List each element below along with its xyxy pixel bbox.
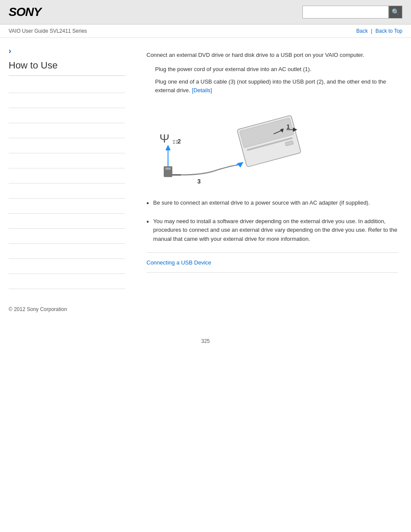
list-item[interactable] <box>9 168 125 184</box>
usb-diagram: Ψ ⚏ 2 3 <box>146 104 310 190</box>
search-area: 🔍 <box>302 6 402 19</box>
intro-text: Connect an external DVD drive or hard di… <box>146 51 398 60</box>
step2-main: Plug one end of a USB cable (3) (not sup… <box>155 78 386 94</box>
search-icon: 🔍 <box>392 8 400 16</box>
svg-marker-4 <box>165 145 171 150</box>
svg-text:Ψ: Ψ <box>159 132 169 145</box>
diagram-container: Ψ ⚏ 2 3 <box>146 104 398 190</box>
bullet-1-text: Be sure to connect an external drive to … <box>153 199 370 208</box>
nav-bar: VAIO User Guide SVL2411 Series Back | Ba… <box>0 25 411 38</box>
svg-text:3: 3 <box>197 178 201 185</box>
list-item[interactable] <box>9 138 125 153</box>
header: SONY 🔍 <box>0 0 411 25</box>
list-item[interactable] <box>9 244 125 259</box>
list-item[interactable] <box>9 153 125 168</box>
bullet-2-text: You may need to install a software drive… <box>153 217 398 244</box>
search-input[interactable] <box>302 6 389 19</box>
details-link[interactable]: [Details] <box>192 87 212 93</box>
back-to-top-link[interactable]: Back to Top <box>376 28 402 34</box>
related-section: Connecting a USB Device <box>146 252 398 273</box>
list-item[interactable] <box>9 229 125 244</box>
list-item[interactable] <box>9 199 125 214</box>
svg-rect-8 <box>165 168 171 170</box>
nav-links: Back | Back to Top <box>356 28 402 34</box>
step1-text: Plug the power cord of your external dri… <box>155 65 398 74</box>
footer: © 2012 Sony Corporation <box>0 298 411 321</box>
sidebar-chevron-icon: › <box>9 47 125 56</box>
list-item[interactable] <box>9 214 125 229</box>
nav-separator: | <box>371 28 372 34</box>
main-container: › How to Use Connect an external DVD dri… <box>0 38 411 298</box>
connecting-usb-link[interactable]: Connecting a USB Device <box>146 259 211 266</box>
sidebar-nav-list <box>9 82 125 289</box>
sidebar-title: How to Use <box>9 60 125 76</box>
bullet-item-1: Be sure to connect an external drive to … <box>146 199 398 208</box>
copyright-text: © 2012 Sony Corporation <box>9 306 67 312</box>
content-area: Connect an external DVD drive or hard di… <box>134 38 411 298</box>
list-item[interactable] <box>9 82 125 93</box>
list-item[interactable] <box>9 93 125 108</box>
list-item[interactable] <box>9 108 125 123</box>
sony-logo: SONY <box>9 5 41 19</box>
bullet-list: Be sure to connect an external drive to … <box>146 199 398 244</box>
list-item[interactable] <box>9 184 125 199</box>
list-item[interactable] <box>9 259 125 274</box>
list-item[interactable] <box>9 123 125 138</box>
bullet-item-2: You may need to install a software drive… <box>146 217 398 244</box>
svg-text:1: 1 <box>286 123 290 130</box>
step2-text: Plug one end of a USB cable (3) (not sup… <box>155 78 398 96</box>
list-item[interactable] <box>9 274 125 289</box>
search-button[interactable]: 🔍 <box>389 6 402 19</box>
breadcrumb: VAIO User Guide SVL2411 Series <box>9 28 87 34</box>
back-link[interactable]: Back <box>356 28 368 34</box>
page-number: 325 <box>0 330 411 353</box>
sidebar: › How to Use <box>0 38 134 298</box>
svg-text:2: 2 <box>177 138 181 145</box>
